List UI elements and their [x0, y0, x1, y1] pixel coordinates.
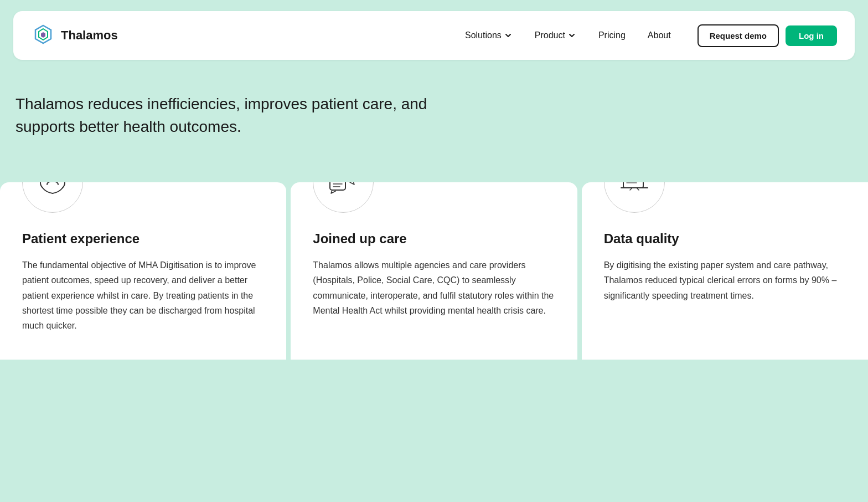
card-patient-experience-body: The fundamental objective of MHA Digitis… [22, 258, 264, 333]
nav-about[interactable]: About [639, 26, 680, 45]
patient-experience-icon [35, 182, 70, 200]
navbar: Thalamos Solutions Product Pricing About… [13, 11, 855, 60]
joined-up-care-icon [326, 182, 361, 200]
card-joined-up-care-body: Thalamos allows multiple agencies and ca… [313, 258, 555, 318]
patient-experience-icon-wrapper [22, 182, 83, 213]
data-quality-icon [617, 182, 652, 200]
card-joined-up-care-title: Joined up care [313, 231, 555, 247]
nav-solutions[interactable]: Solutions [456, 26, 521, 45]
nav-product[interactable]: Product [526, 26, 585, 45]
nav-pricing[interactable]: Pricing [590, 26, 634, 45]
card-data-quality-title: Data quality [604, 231, 846, 247]
request-demo-button[interactable]: Request demo [698, 24, 779, 47]
svg-rect-4 [330, 182, 345, 190]
logo-area[interactable]: Thalamos [31, 23, 118, 48]
thalamos-logo-icon [31, 23, 55, 48]
card-patient-experience-title: Patient experience [22, 231, 264, 247]
nav-buttons: Request demo Log in [698, 24, 837, 47]
card-patient-experience: Patient experience The fundamental objec… [0, 182, 286, 360]
hero-description: Thalamos reduces inefficiencies, improve… [16, 93, 461, 138]
svg-marker-2 [41, 32, 45, 38]
chevron-down-icon [504, 31, 513, 40]
chevron-down-icon [567, 31, 576, 40]
feature-cards: Patient experience The fundamental objec… [0, 182, 868, 382]
card-data-quality-body: By digitising the existing paper system … [604, 258, 846, 303]
data-quality-icon-wrapper [604, 182, 665, 213]
card-joined-up-care: Joined up care Thalamos allows multiple … [291, 182, 577, 360]
nav-links: Solutions Product Pricing About [456, 26, 680, 45]
hero-section: Thalamos reduces inefficiencies, improve… [0, 71, 476, 138]
card-data-quality: Data quality By digitising the existing … [582, 182, 868, 360]
joined-up-care-icon-wrapper [313, 182, 374, 213]
logo-text: Thalamos [61, 28, 118, 43]
login-button[interactable]: Log in [786, 25, 837, 46]
